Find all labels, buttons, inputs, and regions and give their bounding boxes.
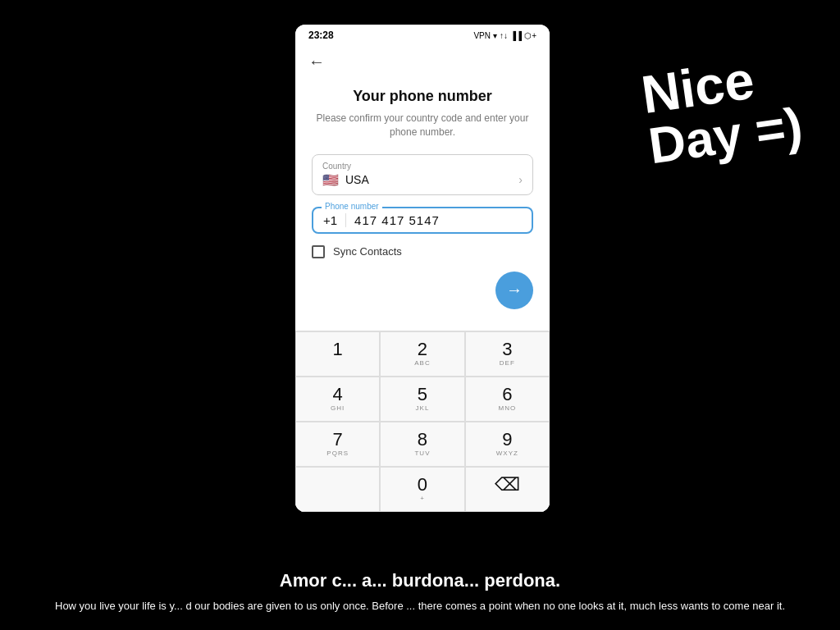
numpad-key-5[interactable]: 5JKL <box>380 377 464 422</box>
numpad: 12ABC3DEF4GHI5JKL6MNO7PQRS8TUV9WXYZ0+⌫ <box>295 331 550 512</box>
nice-day-watermark: Nice Day =) <box>638 48 806 172</box>
bottom-overlay: Amor c... a... burdona... perdona. How y… <box>0 562 840 631</box>
sync-contacts-label: Sync Contacts <box>333 245 402 258</box>
country-label: Country <box>322 162 523 171</box>
phone-number-field[interactable]: Phone number +1 <box>312 207 533 234</box>
bottom-title: Amor c... a... burdona... perdona. <box>49 570 791 591</box>
country-value: 🇺🇸 USA <box>322 172 369 188</box>
numpad-delete-key[interactable]: ⌫ <box>465 467 550 512</box>
back-area: ← <box>295 46 550 75</box>
next-button-area: → <box>312 272 533 309</box>
numpad-key-9[interactable]: 9WXYZ <box>465 422 550 467</box>
arrow-right-icon: → <box>506 281 523 299</box>
phone-field-label: Phone number <box>322 202 382 211</box>
phone-mockup: 23:28 VPN ▾ ↑↓ ▐▐ ⬡+ ← Your phone number… <box>295 25 550 512</box>
phone-number-input[interactable] <box>354 213 522 227</box>
numpad-key-4[interactable]: 4GHI <box>295 377 380 422</box>
country-code: +1 <box>323 213 346 227</box>
numpad-key-empty <box>295 467 380 512</box>
numpad-key-3[interactable]: 3DEF <box>465 331 550 377</box>
status-icons: VPN ▾ ↑↓ ▐▐ ⬡+ <box>473 31 536 40</box>
vpn-icon: VPN <box>473 31 491 40</box>
chevron-right-icon: › <box>518 173 523 186</box>
country-value-row: 🇺🇸 USA › <box>322 172 523 188</box>
country-field[interactable]: Country 🇺🇸 USA › <box>312 154 533 195</box>
numpad-key-8[interactable]: 8TUV <box>380 422 464 467</box>
status-bar: 23:28 VPN ▾ ↑↓ ▐▐ ⬡+ <box>295 25 550 46</box>
numpad-key-0[interactable]: 0+ <box>380 467 464 512</box>
numpad-key-7[interactable]: 7PQRS <box>295 422 380 467</box>
battery-icon: ⬡+ <box>524 31 536 40</box>
sync-contacts-row: Sync Contacts <box>312 245 533 258</box>
numpad-key-6[interactable]: 6MNO <box>465 377 550 422</box>
signal-icon: ↑↓ <box>500 31 508 40</box>
page-subtitle: Please confirm your country code and ent… <box>312 112 533 139</box>
page-title: Your phone number <box>312 88 533 105</box>
back-button[interactable]: ← <box>308 52 325 71</box>
numpad-key-1[interactable]: 1 <box>295 331 380 377</box>
next-button[interactable]: → <box>495 272 533 309</box>
main-content: Your phone number Please confirm your co… <box>295 75 550 331</box>
status-time: 23:28 <box>308 30 334 41</box>
country-flag: 🇺🇸 <box>322 172 339 188</box>
sync-contacts-checkbox[interactable] <box>312 245 325 258</box>
bottom-subtitle: How you live your life is y... d our bod… <box>49 598 791 614</box>
wifi-icon: ▾ <box>493 31 497 40</box>
numpad-key-2[interactable]: 2ABC <box>380 331 464 377</box>
signal-bars: ▐▐ <box>510 31 522 40</box>
country-name: USA <box>345 173 369 186</box>
